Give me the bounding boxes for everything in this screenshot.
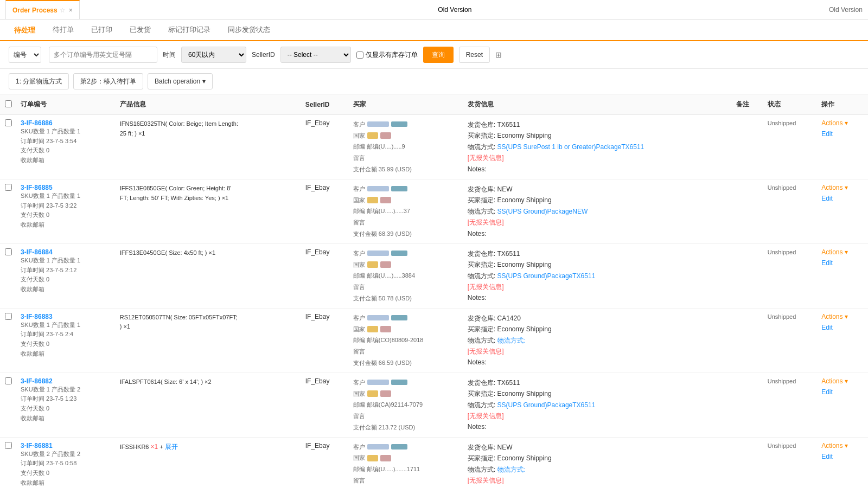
ship-method-link-1[interactable]: SS(UPS Ground)PackageNEW	[497, 208, 588, 215]
actions-button-2[interactable]: Actions ▾	[821, 248, 864, 256]
ship-method-4: 物流方式: SS(UPS Ground)PackageTX6511	[468, 400, 727, 410]
order-id-link-5[interactable]: 3-IF-86881	[21, 442, 111, 450]
tab-pending-print[interactable]: 待打单	[44, 19, 82, 41]
memo-cell-2	[732, 243, 763, 308]
order-address-3: 收款邮箱	[21, 349, 111, 359]
dispatch-logistics-button[interactable]: 1: 分派物流方式	[9, 73, 69, 89]
seller-id-text-4: IF_Ebay	[305, 377, 330, 385]
row-select-1[interactable]	[5, 184, 12, 191]
close-icon[interactable]: ×	[69, 7, 73, 14]
order-sku-4: SKU数量 1 产品数量 2	[21, 385, 111, 395]
order-no-input[interactable]	[49, 47, 157, 63]
edit-button-4[interactable]: Edit	[821, 388, 864, 396]
order-id-link-3[interactable]: 3-IF-86883	[21, 313, 111, 320]
row-checkbox-5[interactable]	[0, 437, 16, 488]
table-row: 3-IF-86886 SKU数量 1 产品数量 1 订单时间 23-7-5 3:…	[0, 115, 868, 179]
row-checkbox-0[interactable]	[0, 115, 16, 179]
order-id-link-0[interactable]: 3-IF-86886	[21, 119, 111, 127]
ship-warehouse-4: 发货仓库: TX6511	[468, 377, 727, 388]
status-badge-0: Unshipped	[768, 120, 796, 126]
ship-method-link-4[interactable]: SS(UPS Ground)PackageTX6511	[497, 401, 596, 409]
notes-4: Notes:	[468, 421, 727, 432]
select-all-checkbox[interactable]	[5, 100, 12, 107]
reset-button[interactable]: Reset	[459, 47, 490, 63]
actions-button-0[interactable]: Actions ▾	[821, 119, 864, 127]
notes-5: Notes:	[468, 486, 727, 488]
row-checkbox-1[interactable]	[0, 179, 16, 243]
order-id-cell-4: 3-IF-86882 SKU数量 1 产品数量 2 订单时间 23-7-5 1:…	[16, 373, 116, 437]
edit-button-3[interactable]: Edit	[821, 324, 864, 331]
order-id-link-2[interactable]: 3-IF-86884	[21, 248, 111, 256]
seller-id-select[interactable]: -- Select --	[280, 47, 351, 63]
stock-only-checkbox[interactable]: 仅显示有库存订单	[356, 50, 418, 60]
row-checkbox-4[interactable]	[0, 373, 16, 437]
tab-pending[interactable]: 待处理	[5, 20, 44, 41]
order-pay-days-5: 支付天数 0	[21, 468, 111, 478]
order-sku-2: SKU数量 1 产品数量 1	[21, 256, 111, 266]
time-select[interactable]: 60天以内 30天以内 7天以内 1天以内	[181, 47, 246, 63]
order-id-cell-2: 3-IF-86884 SKU数量 1 产品数量 1 订单时间 23-7-5 2:…	[16, 243, 116, 308]
tab-shipped[interactable]: 已发货	[121, 19, 159, 41]
order-no-select[interactable]: 编号	[9, 47, 41, 63]
tab-order-process[interactable]: Order Process ☆ ×	[5, 0, 80, 19]
seller-id-text-5: IF_Ebay	[305, 442, 330, 450]
status-badge-2: Unshipped	[768, 249, 796, 255]
order-id-link-1[interactable]: 3-IF-86885	[21, 184, 111, 191]
row-checkbox-3[interactable]	[0, 308, 16, 373]
order-sku-0: SKU数量 1 产品数量 1	[21, 127, 111, 137]
ship-method-link-2[interactable]: SS(UPS Ground)PackageTX6511	[497, 272, 596, 280]
tab-sync-status[interactable]: 同步发货状态	[219, 19, 279, 41]
status-cell-1: Unshipped	[763, 179, 817, 243]
status-cell-4: Unshipped	[763, 373, 817, 437]
actions-button-5[interactable]: Actions ▾	[821, 442, 864, 450]
notes-2: Notes:	[468, 292, 727, 303]
order-sku-5: SKU数量 2 产品数量 2	[21, 450, 111, 459]
row-select-5[interactable]	[5, 442, 12, 449]
actions-button-4[interactable]: Actions ▾	[821, 377, 864, 385]
edit-button-0[interactable]: Edit	[821, 130, 864, 138]
query-button[interactable]: 查询	[423, 47, 454, 63]
product-info-text-1: IFFS13E0850GE( Color: Green; Height: 8' …	[120, 184, 239, 203]
edit-button-1[interactable]: Edit	[821, 195, 864, 202]
actions-cell-5: Actions ▾ Edit	[817, 437, 868, 488]
header-buyer: 买家	[349, 94, 463, 115]
expand-link-5[interactable]: 展开	[165, 443, 178, 451]
tab-print-record[interactable]: 标记打印记录	[159, 19, 219, 41]
actions-cell-4: Actions ▾ Edit	[817, 373, 868, 437]
row-select-3[interactable]	[5, 313, 12, 320]
header-status: 状态	[763, 94, 817, 115]
seller-id-text-1: IF_Ebay	[305, 184, 330, 191]
actions-button-3[interactable]: Actions ▾	[821, 313, 864, 320]
ship-method-link-0[interactable]: SS(UPS SurePost 1 lb or Greater)PackageT…	[497, 143, 644, 151]
ship-cell-0: 发货仓库: TX6511 买家指定: Economy Shipping 物流方式…	[463, 115, 732, 179]
product-cell-2: IFFS13E0450GE( Size: 4x50 ft; ) ×1	[116, 243, 301, 308]
ship-info-4: 发货仓库: TX6511 买家指定: Economy Shipping 物流方式…	[468, 377, 727, 433]
batch-operation-button[interactable]: Batch operation ▾	[148, 73, 213, 89]
row-select-2[interactable]	[5, 248, 12, 255]
ship-cell-5: 发货仓库: NEW 买家指定: Economy Shipping 物流方式: 物…	[463, 437, 732, 488]
actions-button-1[interactable]: Actions ▾	[821, 184, 864, 191]
row-select-0[interactable]	[5, 119, 12, 126]
no-report-4: [无报关信息]	[468, 410, 727, 421]
order-id-cell-5: 3-IF-86881 SKU数量 2 产品数量 2 订单时间 23-7-5 0:…	[16, 437, 116, 488]
seller-id-text-3: IF_Ebay	[305, 313, 330, 320]
ship-method-link-5[interactable]: 物流方式:	[497, 466, 525, 473]
ship-info-2: 发货仓库: TX6511 买家指定: Economy Shipping 物流方式…	[468, 248, 727, 304]
ship-method-link-3[interactable]: 物流方式:	[497, 337, 525, 344]
row-select-4[interactable]	[5, 377, 12, 384]
star-icon[interactable]: ☆	[60, 7, 66, 14]
row-checkbox-2[interactable]	[0, 243, 16, 308]
notes-3: Notes:	[468, 357, 727, 368]
order-id-link-4[interactable]: 3-IF-86882	[21, 377, 111, 385]
edit-button-5[interactable]: Edit	[821, 453, 864, 460]
order-sku-3: SKU数量 1 产品数量 1	[21, 320, 111, 330]
filter-icon[interactable]: ⊞	[495, 50, 502, 59]
order-time-5: 订单时间 23-7-5 0:58	[21, 459, 111, 468]
tab-printed[interactable]: 已打印	[82, 19, 121, 41]
order-address-0: 收款邮箱	[21, 156, 111, 165]
stock-only-check[interactable]	[356, 52, 363, 59]
move-to-print-button[interactable]: 第2步：移入待打单	[73, 73, 143, 89]
edit-button-2[interactable]: Edit	[821, 259, 864, 267]
no-report-1: [无报关信息]	[468, 217, 727, 228]
table-row: 3-IF-86882 SKU数量 1 产品数量 2 订单时间 23-7-5 1:…	[0, 373, 868, 437]
